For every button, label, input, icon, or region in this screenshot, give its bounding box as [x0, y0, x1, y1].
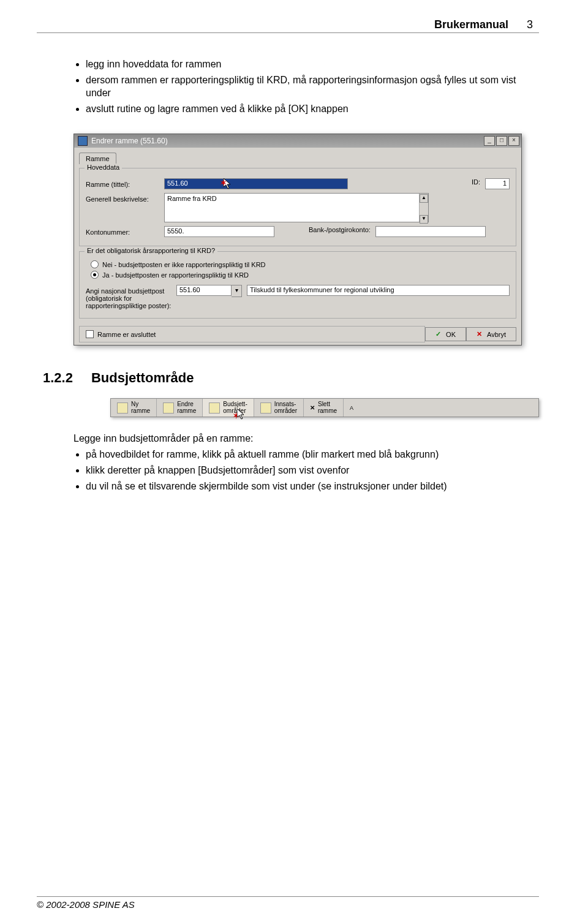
textarea-value: Ramme fra KRD — [165, 194, 219, 203]
bullet-item: klikk deretter på knappen [Budsjettområd… — [86, 464, 539, 477]
toolbar-screenshot: Nyramme Endreramme Budsjett-områder ✶ In… — [110, 398, 539, 417]
label-angi: Angi nasjonal budsjettpost (obligatorisk… — [86, 285, 172, 309]
dropdown-budsjettpost[interactable]: 551.60 ▾ — [176, 285, 242, 297]
scroll-down-icon[interactable]: ▼ — [420, 215, 428, 224]
label-ramme-tittel: Ramme (tittel): — [86, 178, 159, 188]
tab-ramme[interactable]: Ramme — [79, 153, 116, 164]
toolbar-overflow[interactable]: A — [344, 399, 357, 417]
page: Brukermanual 3 legg inn hoveddata for ra… — [0, 0, 588, 922]
group-rapportering: Er det obligatorisk årsrapportering til … — [79, 251, 516, 319]
dropdown-value: 551.60 — [176, 285, 232, 296]
radio-nei-row[interactable]: Nei - budsjettposten er ikke rapporterin… — [91, 260, 510, 268]
label-generell: Generell beskrivelse: — [86, 193, 159, 203]
toolbar-btn-budsjett[interactable]: Budsjett-områder ✶ — [203, 399, 254, 417]
label-avsluttet: Ramme er avsluttet — [97, 331, 156, 338]
minimize-button[interactable]: _ — [484, 136, 495, 146]
section-number: 1.2.2 — [43, 370, 73, 386]
page-header: Brukermanual 3 — [37, 18, 539, 33]
radio-nei-label: Nei - budsjettposten er ikke rapporterin… — [102, 261, 266, 268]
toolbar-btn-endre[interactable]: Endreramme — [157, 399, 203, 417]
scrollbar[interactable]: ▲ ▼ — [419, 194, 428, 222]
group-title: Hoveddata — [85, 164, 122, 171]
star-marker-icon: ✶ — [232, 410, 240, 421]
input-id[interactable]: 1 — [485, 178, 510, 189]
checkbox-avsluttet[interactable] — [86, 330, 94, 338]
scroll-up-icon[interactable]: ▲ — [420, 194, 428, 203]
more-icon: A — [350, 405, 353, 411]
input-kontonummer[interactable]: 5550. — [164, 226, 274, 237]
radio-ja-row[interactable]: Ja - budsjettposten er rapporteringsplik… — [91, 271, 510, 279]
section-title: Budsjettområde — [91, 370, 194, 386]
radio-icon — [91, 271, 99, 279]
dialog-screenshot: Endrer ramme (551.60) _ □ × Ramme Hovedd… — [74, 134, 522, 346]
app-icon — [78, 136, 88, 146]
bullet-item: du vil nå se et tilsvarende skjermbilde … — [86, 480, 539, 493]
header-title: Brukermanual — [434, 18, 508, 31]
toolbar-btn-ny[interactable]: Nyramme — [111, 399, 157, 417]
bullet-item: avslutt rutine og lagre rammen ved å kli… — [86, 102, 539, 116]
label-bank: Bank-/postgirokonto: — [309, 226, 371, 233]
instructions-lead: Legge inn budsjettområder på en ramme: — [74, 433, 539, 444]
input-bank[interactable] — [375, 226, 486, 237]
header-page-number: 3 — [527, 18, 539, 31]
chevron-down-icon[interactable]: ▾ — [232, 285, 242, 297]
radio-icon — [91, 260, 99, 268]
bullet-item: dersom rammen er rapporteringspliktig ti… — [86, 74, 539, 100]
input-ramme-tittel[interactable]: 551.60 — [164, 178, 348, 189]
close-button[interactable]: × — [508, 136, 519, 146]
page-footer: © 2002-2008 SPINE AS — [37, 896, 539, 910]
section-heading: 1.2.2 Budsjettområde — [43, 370, 539, 386]
textarea-generell[interactable]: Ramme fra KRD ▲ ▼ — [164, 193, 429, 222]
new-icon — [117, 402, 128, 414]
maximize-button[interactable]: □ — [496, 136, 507, 146]
ok-label: OK — [446, 331, 456, 338]
label-kontonummer: Kontonummer: — [86, 226, 159, 236]
cancel-label: Avbryt — [487, 331, 506, 338]
budget-icon — [209, 402, 220, 414]
dialog-titlebar: Endrer ramme (551.60) _ □ × — [74, 134, 521, 148]
check-icon: ✓ — [435, 330, 441, 338]
toolbar-btn-slett[interactable]: ✕ Slettramme — [304, 399, 344, 417]
radio-ja-label: Ja - budsjettposten er rapporteringsplik… — [102, 271, 249, 279]
star-marker-icon: ✶ — [219, 177, 227, 189]
dialog-title: Endrer ramme (551.60) — [91, 137, 168, 145]
group-title-rapportering: Er det obligatorisk årsrapportering til … — [85, 247, 217, 254]
input-angi-desc[interactable]: Tilskudd til fylkeskommuner for regional… — [247, 285, 510, 296]
bullet-item: legg inn hoveddata for rammen — [86, 58, 539, 71]
label-id: ID: — [472, 178, 480, 186]
areas-icon — [260, 402, 271, 414]
delete-icon: ✕ — [310, 404, 315, 411]
toolbar-btn-innsats[interactable]: Innsats-områder — [254, 399, 304, 417]
bullet-item: på hovedbildet for ramme, klikk på aktue… — [86, 448, 539, 461]
x-icon: ✕ — [477, 330, 482, 338]
edit-icon — [163, 402, 174, 414]
intro-bullets: legg inn hoveddata for rammen dersom ram… — [74, 58, 539, 115]
tab-row: Ramme — [74, 148, 521, 164]
instructions-block: Legge inn budsjettområder på en ramme: p… — [74, 433, 539, 493]
group-hoveddata: Hoveddata Ramme (tittel): 551.60 ✶ ID: 1… — [79, 168, 516, 246]
cancel-button[interactable]: ✕ Avbryt — [466, 327, 516, 341]
ok-button[interactable]: ✓ OK — [425, 327, 466, 341]
